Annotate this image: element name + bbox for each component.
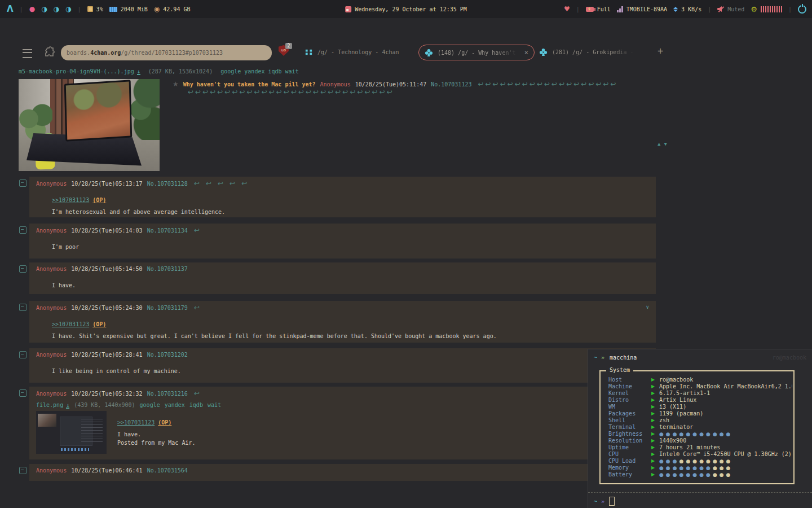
reply-backlink-icon[interactable]: ↩ [478,80,483,88]
reply-backlink-icon[interactable]: ↩ [544,80,550,88]
collapse-post-button[interactable] [19,389,27,397]
reply-backlink-icon[interactable]: ↩ [218,180,223,187]
quote-link[interactable]: >>107031123 [52,321,89,327]
reply-backlink-icon[interactable]: ↩ [522,80,528,88]
distro-logo-icon[interactable]: Λ [7,5,14,14]
post-number[interactable]: No.107031123 [431,81,471,87]
reply-backlink-icon[interactable]: ↩ [365,88,370,96]
reply-backlink-icon[interactable]: ↩ [387,88,392,96]
power-icon[interactable] [798,5,806,14]
terminal-window[interactable]: ~»macchina ro@macbook System Host▶ro@mac… [588,349,812,508]
workspace-active-icon[interactable]: ● [29,5,35,13]
collapse-post-button[interactable] [19,304,27,311]
reply-backlink-icon[interactable]: ↩ [217,88,223,96]
reply-backlink-icon[interactable]: ↩ [239,88,245,96]
reply-backlink-icon[interactable]: ↩ [486,80,491,88]
url-bar[interactable]: boards.4chan.org/g/thread/107031123#p107… [61,45,272,60]
reply-backlink-icon[interactable]: ↩ [566,80,572,88]
download-icon[interactable]: ↓ [137,69,140,75]
collapse-post-button[interactable] [19,179,27,187]
reply-backlink-icon[interactable]: ↩ [320,88,326,96]
reply-backlink-icon[interactable]: ↩ [241,180,247,187]
network-status[interactable]: TMOBILE-89AA [617,6,667,12]
file-search-link[interactable]: google [140,402,160,408]
reply-backlink-icon[interactable]: ↩ [269,88,275,96]
reply-backlink-icon[interactable]: ↩ [335,88,341,96]
terminal-cursor[interactable] [609,497,615,506]
scroll-down-icon[interactable]: ▼ [664,141,670,147]
reply-backlink-icon[interactable]: ↩ [298,88,304,96]
brightness-status[interactable]: ⚙ [751,5,782,14]
reply-backlink-icon[interactable]: ↩ [342,88,348,96]
reply-backlink-icon[interactable]: ↩ [515,80,520,88]
post-number[interactable]: No.107031137 [147,266,188,272]
reply-backlink-icon[interactable]: ↩ [195,88,201,96]
reply-backlink-icon[interactable]: ↩ [595,80,601,88]
reply-backlink-icon[interactable]: ↩ [276,88,282,96]
reply-backlink-icon[interactable]: ↩ [194,180,200,187]
reply-backlink-icon[interactable]: ↩ [313,88,319,96]
file-search-link[interactable]: wait [208,402,221,408]
workspace-icon[interactable]: ◑ [54,5,59,13]
reply-backlink-icon[interactable]: ↩ [202,88,208,96]
collapse-post-button[interactable] [19,265,27,273]
reply-backlink-icon[interactable]: ↩ [573,80,579,88]
reply-backlink-icon[interactable]: ↩ [551,80,557,88]
download-icon[interactable]: ↓ [66,403,69,409]
quote-link[interactable]: >>107031123 [117,419,155,426]
file-search-links[interactable]: google yandex iqdb wait [220,68,298,75]
reply-backlink-icon[interactable]: ↩ [537,80,542,88]
menu-icon[interactable] [23,49,32,58]
reply-backlink-icon[interactable]: ↩ [350,88,355,96]
reply-backlink-icon[interactable]: ↩ [379,88,385,96]
reply-backlink-icon[interactable]: ↩ [188,88,193,96]
reply-backlink-icon[interactable]: ↩ [194,227,200,234]
reply-backlink-icon[interactable]: ↩ [372,88,378,96]
reply-backlink-icon[interactable]: ↩ [262,88,267,96]
close-icon[interactable]: × [524,49,528,56]
quote-link[interactable]: >>107031123 [52,197,89,203]
reply-backlink-icon[interactable]: ↩ [232,88,237,96]
reply-backlink-icon[interactable]: ↩ [194,304,200,311]
reply-backlink-icon[interactable]: ↩ [357,88,363,96]
file-name-link[interactable]: file.png [36,402,63,408]
extension-puzzle-icon[interactable] [44,46,55,59]
reply-backlink-icon[interactable]: ↩ [581,80,586,88]
reply-backlink-icon[interactable]: ↩ [529,80,535,88]
reply-backlink-icon[interactable]: ↩ [224,88,230,96]
workspace-icon[interactable]: ◑ [65,5,71,13]
reply-backlink-icon[interactable]: ↩ [291,88,297,96]
reply-backlink-icon[interactable]: ↩ [588,80,594,88]
reply-backlink-icon[interactable]: ↩ [603,80,609,88]
scroll-up-icon[interactable]: ▲ [657,141,664,147]
reply-backlink-icon[interactable]: ↩ [247,88,253,96]
tab-grokipedia[interactable]: (281) /g/ - Grokipedia - [539,48,637,56]
watch-star-icon[interactable]: ★ [173,80,179,88]
reply-backlink-icon[interactable]: ↩ [328,88,333,96]
reply-backlink-icon[interactable]: ↩ [559,80,564,88]
workspace-icon[interactable]: ◑ [41,5,47,13]
reply-backlink-icon[interactable]: ↩ [194,390,200,397]
volume-status[interactable]: Muted [717,6,744,12]
chevron-down-icon[interactable]: ∨ [646,304,649,310]
file-search-link[interactable]: iqdb [189,402,203,408]
reply-backlink-icon[interactable]: ↩ [206,180,211,187]
reply-backlink-icon[interactable]: ↩ [306,88,311,96]
op-thumbnail[interactable] [19,79,160,171]
reply-backlink-icon[interactable]: ↩ [210,88,215,96]
reply-backlink-icon[interactable]: ↩ [230,180,235,187]
post-number[interactable]: No.107031564 [147,467,188,474]
reply-backlink-icon[interactable]: ↩ [508,80,513,88]
post-number[interactable]: No.107031179 [147,305,188,311]
post-number[interactable]: No.107031202 [147,352,188,358]
file-search-link[interactable]: yandex [165,402,185,408]
collapse-post-button[interactable] [19,467,27,474]
post-number[interactable]: No.107031134 [147,227,188,234]
collapse-post-button[interactable] [19,226,27,234]
tab-active-thread[interactable]: (148) /g/ - Why haven't y × [418,45,535,60]
tab-technology[interactable]: /g/ - Technology - 4chan [304,48,399,56]
reply-backlink-icon[interactable]: ↩ [493,80,498,88]
post-number[interactable]: No.107031128 [147,181,188,187]
post-number[interactable]: No.107031216 [147,391,188,397]
file-name-link[interactable]: m5-macbook-pro-04-ign9VH-(...).jpg [19,68,134,75]
